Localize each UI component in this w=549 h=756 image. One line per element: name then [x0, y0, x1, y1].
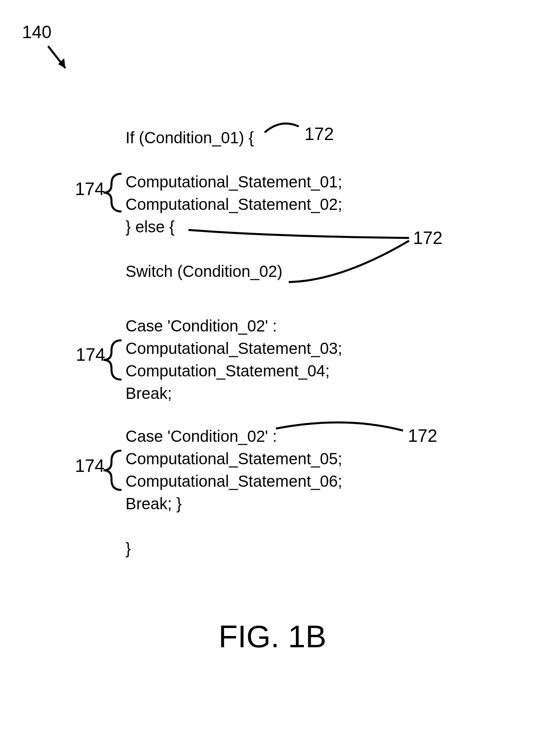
code-line-8: Computation_Statement_04;	[126, 362, 330, 380]
ref-label-172-top: 172	[304, 124, 334, 144]
ref-label-172-mid: 172	[413, 228, 442, 248]
ref-label-174-c: 174	[75, 456, 104, 476]
code-line-7: Computational_Statement_03;	[126, 339, 342, 358]
code-line-11: Computational_Statement_05;	[126, 450, 342, 468]
figure-caption: FIG. 1B	[219, 618, 326, 655]
code-line-3: Computational_Statement_02;	[126, 195, 342, 213]
code-line-5: Switch (Condition_02)	[126, 262, 282, 280]
code-line-13: Break; }	[126, 495, 182, 513]
code-line-4: } else {	[126, 218, 174, 236]
code-line-6: Case 'Condition_02' :	[126, 317, 277, 335]
code-line-1: If (Condition_01) {	[126, 129, 254, 147]
code-line-14: }	[126, 540, 131, 558]
leader-172-mid-else	[188, 230, 409, 238]
ref-label-174-b: 174	[76, 345, 105, 365]
code-line-9: Break;	[126, 384, 172, 402]
brace-174-c	[103, 451, 122, 490]
leader-172-mid-switch	[289, 241, 409, 282]
leader-172-top	[265, 124, 299, 132]
brace-174-b	[103, 340, 122, 380]
ref-label-172-bot: 172	[408, 426, 437, 446]
code-line-2: Computational_Statement_01;	[126, 173, 342, 191]
ref-label-174-a: 174	[75, 179, 104, 199]
code-line-12: Computational_Statement_06;	[126, 472, 342, 490]
code-line-10: Case 'Condition_02' :	[126, 427, 277, 445]
leader-172-bot	[276, 423, 403, 431]
brace-174-a	[103, 174, 122, 211]
ref-label-140: 140	[22, 22, 51, 42]
arrow-140-icon	[48, 46, 65, 68]
